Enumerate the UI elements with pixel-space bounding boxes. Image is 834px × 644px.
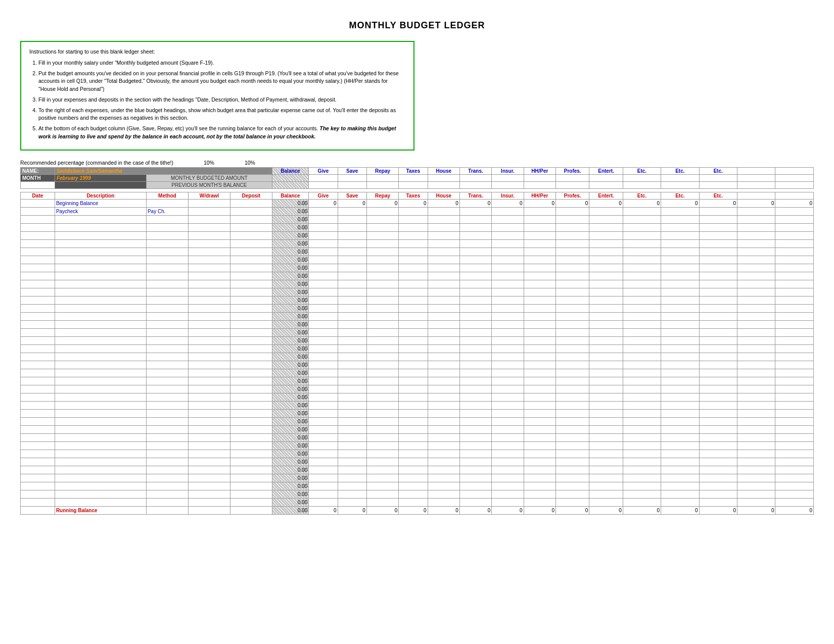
entert-header: Entert. [589,167,623,174]
prev-trans [459,181,491,188]
trans-header: Trans. [459,167,491,174]
table-row: 0.00 [21,223,814,231]
table-row: 0.00 [21,361,814,369]
table-row: 0.00 [21,458,814,466]
profes-budget [556,174,589,181]
etc2-header: Etc. [661,167,699,174]
bb-etc1: 0 [623,199,661,207]
table-row: 0.00 [21,498,814,506]
table-row: 0.00 [21,425,814,433]
table-row: 0.00 [21,272,814,280]
table-row: 0.00 [21,482,814,490]
prev-balance-row: MONTH PREVIOUS MONTH'S BALANCE [21,181,814,188]
bb-balance: 0.00 [272,199,308,207]
ledger-table: Date Description Method W/drawl Deposit … [20,192,814,515]
table-row: 0.00 [21,320,814,328]
table-row: 0.00 [21,280,814,288]
instruction-3: Fill in your expenses and deposits in th… [38,96,405,104]
instruction-2: Put the budget amounts you've decided on… [38,70,405,93]
prev-balance-label: PREVIOUS MONTH'S BALANCE [146,181,272,188]
rec-pct-row: Recommended percentage (commanded in the… [20,160,814,166]
table-row: 0.00 [21,353,814,361]
table-row: 0.00 [21,288,814,296]
save-header: Save [338,167,366,174]
pc-insur [492,207,524,215]
monthly-budget-balance [272,174,308,181]
pc-repay [366,207,398,215]
pc-desc: Paycheck [55,207,146,215]
pc-extra2 [775,207,814,215]
col-header-etc3: Etc. [699,192,737,199]
pc-hhper [524,207,555,215]
bb-give: 0 [309,199,338,207]
prev-balance-value [272,181,308,188]
running-balance-row: Running Balance0.00000000000000000 [21,506,814,514]
col-header-hhper: HH/Per [524,192,555,199]
prev-taxes [399,181,428,188]
name-label: NAME: [21,167,55,174]
repay-budget [366,174,398,181]
header-table: NAME: Saddleback Sam/Samantha Balance Gi… [20,167,814,189]
prev-repay [366,181,398,188]
pc-trans [459,207,491,215]
prev-profes [556,181,589,188]
taxes-budget [399,174,428,181]
col-header-extra1 [737,192,775,199]
table-row: 0.00 [21,409,814,417]
col-header-save: Save [338,192,366,199]
bb-method [146,199,188,207]
table-row: 0.00 [21,474,814,482]
house-header: House [428,167,459,174]
instructions-intro: Instructions for starting to use this bl… [29,48,405,56]
hhper-budget [524,174,555,181]
bb-etc2: 0 [661,199,699,207]
col-header-desc: Description [55,192,146,199]
insur-budget [492,174,524,181]
bb-deposit [230,199,272,207]
bb-date [21,199,55,207]
bb-entert: 0 [589,199,623,207]
table-row: 0.00 [21,304,814,312]
repay-header: Repay [366,167,398,174]
etc1-header: Etc. [623,167,661,174]
give-header: Give [309,167,338,174]
table-row: 0.00 [21,450,814,458]
table-row: 0.00 [21,344,814,353]
ledger-header-row: Date Description Method W/drawl Deposit … [21,192,814,199]
monthly-budgeted: MONTHLY BUDGETED AMOUNT [146,174,272,181]
col-header-extra2 [775,192,814,199]
prev-extra2 [775,181,814,188]
bb-trans: 0 [459,199,491,207]
table-row: 0.00 [21,433,814,441]
prev-give [309,181,338,188]
table-row: 0.00 [21,215,814,223]
etc1-budget [623,174,661,181]
pc-method: Pay Ch. [146,207,188,215]
bb-save: 0 [338,199,366,207]
prev-extra1 [737,181,775,188]
instruction-4: To the right of each expenses, under the… [38,107,405,123]
bb-extra1: 0 [737,199,775,207]
rec-pct-val2: 10% [245,160,255,166]
save-budget [338,174,366,181]
table-row: 0.00 [21,377,814,385]
month-value: February 1999 [55,174,146,181]
instruction-5-bold: The key to making this budget work is le… [38,125,396,139]
etc3-budget [699,174,737,181]
col-header-balance: Balance [272,192,308,199]
entert-budget [589,174,623,181]
prev-entert [589,181,623,188]
pc-date [21,207,55,215]
give-budget [309,174,338,181]
name-row: NAME: Saddleback Sam/Samantha Balance Gi… [21,167,814,174]
beginning-balance-row: Beginning Balance 0.00 0 0 0 0 0 0 0 0 0… [21,199,814,207]
table-row: 0.00 [21,417,814,425]
col-header-wdrawl: W/drawl [188,192,230,199]
table-row: 0.00 [21,247,814,256]
prev-house [428,181,459,188]
bb-taxes: 0 [399,199,428,207]
col-header-house: House [428,192,459,199]
etc2-budget [661,174,699,181]
bb-wdrawl [188,199,230,207]
col-header-deposit: Deposit [230,192,272,199]
